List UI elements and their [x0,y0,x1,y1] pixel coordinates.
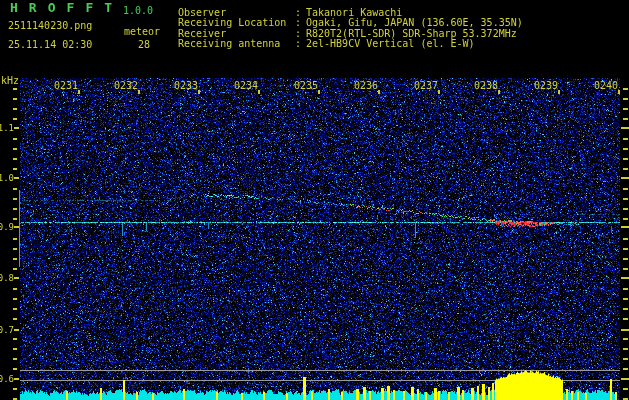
info-label: Receiving antenna [178,39,295,49]
spectrogram-canvas [0,0,629,400]
freq-tick-label: 1.1 [0,123,14,133]
time-tick-label: 0238 [473,81,498,91]
freq-tick-label: 0.9 [0,222,14,232]
time-tick-label: 0235 [293,81,318,91]
app-version: 1.0.0 [123,6,153,16]
output-filename: 2511140230.png [8,21,92,31]
time-tick-label: 0236 [353,81,378,91]
observation-mode: meteor [124,27,160,37]
freq-tick-label: 1.0 [0,173,14,183]
freq-tick-label: 0.8 [0,273,14,283]
freq-tick-label: 0.6 [0,374,14,384]
time-tick-label: 0239 [533,81,558,91]
time-tick-label: 0232 [113,81,138,91]
app-title: H R O F F T [10,3,114,13]
time-tick-label: 0237 [413,81,438,91]
echo-count: 28 [138,40,150,50]
time-tick-label: 0231 [53,81,78,91]
observation-datetime: 25.11.14 02:30 [8,40,92,50]
hrofft-output-screen: H R O F F T 1.0.0 2511140230.png meteor … [0,0,629,400]
time-tick-label: 0234 [233,81,258,91]
station-info: Observer : Takanori Kawachi Receiving Lo… [178,8,523,50]
frequency-unit-label: kHz [1,76,19,86]
colon-separator: : [295,39,306,49]
time-tick-label: 0240 [593,81,618,91]
time-tick-label: 0233 [173,81,198,91]
freq-tick-label: 0.7 [0,325,14,335]
info-row-antenna: Receiving antenna : 2el-HB9CV Vertical (… [178,39,523,49]
info-value: 2el-HB9CV Vertical (el. E-W) [306,39,475,49]
